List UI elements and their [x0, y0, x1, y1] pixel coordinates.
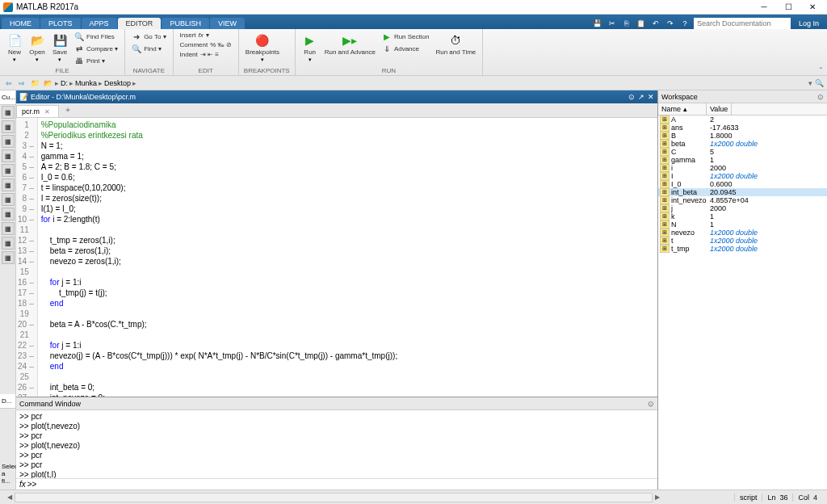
print-button[interactable]: 🖶Print ▾	[73, 55, 120, 66]
command-prompt[interactable]: fx>>	[16, 478, 657, 489]
workspace-body[interactable]: ⊞A2⊞ans-17.4633⊞B1.8000⊞beta1x2000 doubl…	[658, 116, 827, 489]
workspace-var-beta[interactable]: ⊞beta1x2000 double	[658, 140, 827, 148]
workspace-var-t_tmp[interactable]: ⊞t_tmp1x2000 double	[658, 245, 827, 253]
path-dropdown[interactable]: ▾ 🔍	[808, 79, 824, 87]
minimize-button[interactable]: ─	[753, 2, 775, 13]
find-files-button[interactable]: 🔍Find Files	[73, 31, 120, 42]
workspace-var-i[interactable]: ⊞i2000	[658, 164, 827, 172]
tab-editor[interactable]: EDITOR	[118, 18, 162, 29]
run-advance-button[interactable]: ▶▸Run and Advance	[323, 31, 377, 67]
comment-button[interactable]: Comment % ‰ ⊘	[178, 40, 233, 49]
advance-button[interactable]: ⇓Advance	[380, 43, 431, 54]
mini-icon-11[interactable]: ▦	[2, 251, 15, 264]
workspace-var-I_0[interactable]: ⊞I_00.6000	[658, 180, 827, 188]
workspace-var-A[interactable]: ⊞A2	[658, 116, 827, 124]
command-window-body[interactable]: >> pcr>> plot(t,nevezo)>> pcr>> plot(t,n…	[16, 410, 657, 478]
mini-icon-10[interactable]: ▦	[2, 237, 15, 250]
close-tab-icon[interactable]: ✕	[44, 108, 50, 116]
variable-icon: ⊞	[660, 180, 670, 188]
file-tab-pcr[interactable]: pcr.m✕	[16, 105, 59, 117]
code-editor[interactable]: 1 2 3–4–5–6–7–8–9–10–11 12–13–14–15 16–1…	[16, 118, 657, 397]
insert-button[interactable]: Insert fx ▾	[178, 31, 233, 40]
scroll-left-button[interactable]: ◀	[5, 494, 15, 501]
tab-home[interactable]: HOME	[2, 18, 40, 29]
print-icon: 🖶	[74, 56, 84, 65]
workspace-var-int_nevezo[interactable]: ⊞int_nevezo4.8557e+04	[658, 196, 827, 204]
mini-icon-6[interactable]: ▦	[2, 178, 15, 191]
back-button[interactable]: ⇦	[3, 78, 15, 89]
workspace-var-k[interactable]: ⊞k1	[658, 212, 827, 220]
new-button[interactable]: 📄New▾	[5, 31, 24, 67]
mini-icon-2[interactable]: ▦	[2, 120, 15, 133]
qat-help-icon[interactable]: ?	[679, 18, 691, 29]
tab-apps[interactable]: APPS	[82, 18, 117, 29]
find-button[interactable]: 🔍Find ▾	[130, 43, 167, 54]
indent-button[interactable]: Indent ⇥ ⇤ ≡	[178, 50, 233, 59]
tab-publish[interactable]: PUBLISH	[162, 18, 209, 29]
workspace-var-gamma[interactable]: ⊞gamma1	[658, 156, 827, 164]
command-window-actions[interactable]: ⊙	[648, 400, 654, 408]
workspace-var-ans[interactable]: ⊞ans-17.4633	[658, 124, 827, 132]
workspace-var-B[interactable]: ⊞B1.8000	[658, 132, 827, 140]
editor-close-button[interactable]: ✕	[648, 93, 654, 101]
status-line: Ln 36	[762, 494, 792, 502]
window-title: MATLAB R2017a	[16, 2, 753, 11]
run-time-button[interactable]: ⏱Run and Time	[434, 31, 477, 67]
editor-maximize-button[interactable]: ↗	[638, 93, 644, 101]
mini-icon-4[interactable]: ▦	[2, 149, 15, 162]
breakpoints-button[interactable]: 🔴Breakpoints▾	[244, 31, 281, 67]
mini-icon-3[interactable]: ▦	[2, 135, 15, 148]
workspace-var-I[interactable]: ⊞I1x2000 double	[658, 172, 827, 180]
workspace-actions[interactable]: ⊙	[817, 93, 824, 101]
up-folder-button[interactable]: 📁	[29, 78, 40, 89]
qat-undo-icon[interactable]: ↶	[650, 18, 661, 29]
status-bar: ◀ ▶ script Ln 36 Col 4	[0, 489, 827, 504]
ribbon-collapse-button[interactable]: ⌃	[818, 66, 824, 74]
workspace-var-int_beta[interactable]: ⊞int_beta20.0945	[658, 188, 827, 196]
horizontal-scrollbar[interactable]	[15, 493, 653, 502]
mini-icon-1[interactable]: ▦	[2, 106, 15, 119]
workspace-var-C[interactable]: ⊞C5	[658, 148, 827, 156]
browse-button[interactable]: 📂	[42, 78, 53, 89]
path-drive[interactable]: D:	[61, 79, 68, 87]
tab-view[interactable]: VIEW	[210, 18, 245, 29]
qat-save-icon[interactable]: 💾	[592, 18, 603, 29]
maximize-button[interactable]: ☐	[777, 2, 800, 13]
col-name[interactable]: Name ▴	[658, 103, 707, 115]
mini-icon-7[interactable]: ▦	[2, 193, 15, 206]
command-window-titlebar: Command Window ⊙	[16, 397, 657, 410]
qat-cut-icon[interactable]: ✂	[607, 18, 618, 29]
tab-plots[interactable]: PLOTS	[40, 18, 81, 29]
path-seg-1[interactable]: Munka	[75, 79, 97, 87]
forward-button[interactable]: ⇨	[16, 78, 27, 89]
editor-dock-button[interactable]: ⊙	[628, 93, 635, 101]
new-tab-button[interactable]: ＋	[59, 103, 77, 117]
current-folder-tab[interactable]: Cu...	[0, 90, 15, 105]
ribbon-group-breakpoints: 🔴Breakpoints▾ BREAKPOINTS	[239, 29, 296, 75]
login-button[interactable]: Log In	[794, 19, 824, 27]
run-section-button[interactable]: ▶Run Section	[380, 31, 431, 42]
mini-icon-8[interactable]: ▦	[2, 208, 15, 220]
close-button[interactable]: ✕	[801, 2, 824, 13]
search-input[interactable]	[694, 18, 791, 29]
details-tab[interactable]: D...	[0, 394, 15, 409]
scroll-right-button[interactable]: ▶	[653, 494, 662, 501]
run-button[interactable]: ▶Run▾	[300, 31, 320, 67]
qat-paste-icon[interactable]: 📋	[636, 18, 647, 29]
qat-copy-icon[interactable]: ⎘	[621, 18, 632, 29]
goto-button[interactable]: ➜Go To ▾	[130, 31, 167, 42]
col-value[interactable]: Value	[707, 103, 732, 115]
qat-redo-icon[interactable]: ↷	[665, 18, 676, 29]
find-files-icon: 🔍	[74, 32, 84, 41]
open-button[interactable]: 📂Open▾	[27, 31, 47, 67]
workspace-var-j[interactable]: ⊞j2000	[658, 204, 827, 212]
editor-icon: 📝	[19, 93, 28, 101]
mini-icon-9[interactable]: ▦	[2, 222, 15, 235]
save-button[interactable]: 💾Save▾	[50, 31, 69, 67]
path-seg-2[interactable]: Desktop	[104, 79, 131, 87]
workspace-var-nevezo[interactable]: ⊞nevezo1x2000 double	[658, 229, 827, 237]
compare-button[interactable]: ⇄Compare ▾	[73, 43, 120, 54]
workspace-var-N[interactable]: ⊞N1	[658, 220, 827, 229]
mini-icon-5[interactable]: ▦	[2, 164, 15, 177]
workspace-var-t[interactable]: ⊞t1x2000 double	[658, 237, 827, 245]
